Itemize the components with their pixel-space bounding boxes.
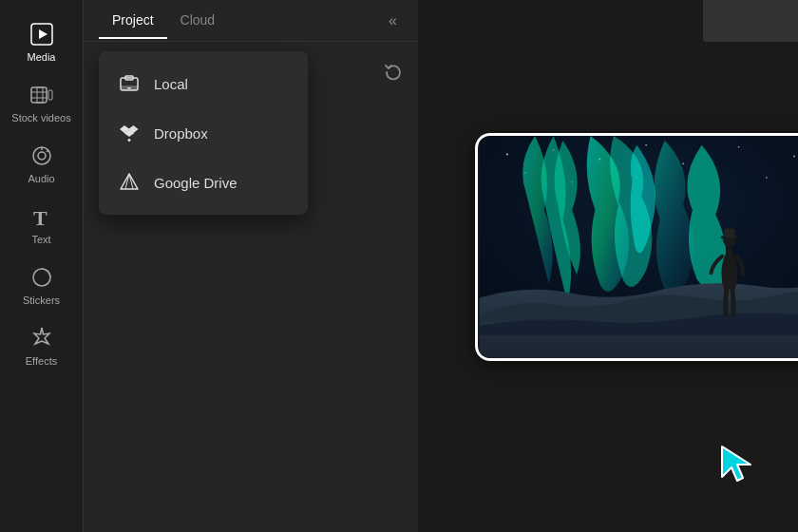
- svg-rect-36: [724, 229, 735, 238]
- svg-rect-6: [48, 90, 52, 100]
- sidebar-item-label: Stickers: [23, 294, 60, 306]
- svg-point-28: [793, 155, 795, 157]
- sidebar-item-label: Stock videos: [11, 112, 70, 124]
- cursor-icon: [718, 443, 760, 484]
- svg-rect-2: [31, 87, 47, 103]
- local-icon: [118, 72, 141, 95]
- stock-videos-icon: [28, 82, 55, 108]
- svg-point-17: [128, 139, 131, 142]
- dropdown-item-label: Local: [154, 76, 188, 92]
- sidebar-item-stock-videos[interactable]: Stock videos: [0, 70, 83, 131]
- sidebar-item-stickers[interactable]: Stickers: [0, 253, 83, 314]
- refresh-button[interactable]: [384, 63, 403, 82]
- text-icon: T: [28, 203, 55, 230]
- aurora-preview-image: [475, 133, 798, 361]
- stickers-icon: [28, 264, 55, 291]
- collapse-button[interactable]: «: [383, 9, 403, 33]
- refresh-icon: [384, 63, 403, 82]
- sidebar: Media Stock videos Audio: [0, 0, 84, 532]
- dropdown-item-dropbox[interactable]: Dropbox: [99, 108, 308, 158]
- dropdown-item-label: Dropbox: [154, 125, 208, 142]
- sidebar-item-label: Text: [31, 234, 50, 245]
- svg-line-10: [47, 150, 48, 152]
- sidebar-item-label: Audio: [28, 173, 54, 184]
- svg-marker-18: [121, 174, 138, 189]
- sidebar-item-label: Media: [28, 51, 56, 63]
- dropdown-item-local[interactable]: Local: [99, 59, 308, 108]
- media-icon: [28, 21, 55, 48]
- svg-text:T: T: [33, 206, 48, 229]
- google-drive-icon: [118, 171, 141, 194]
- svg-point-8: [38, 152, 46, 160]
- upload-dropdown: Local Dropbox G: [99, 51, 308, 215]
- dropdown-item-label: Google Drive: [154, 175, 238, 191]
- sidebar-item-text[interactable]: T Text: [0, 192, 83, 253]
- sidebar-item-effects[interactable]: Effects: [0, 314, 83, 374]
- tab-project[interactable]: Project: [99, 3, 167, 39]
- svg-point-27: [738, 146, 740, 148]
- svg-point-31: [766, 177, 768, 179]
- preview-top-bar: [703, 0, 798, 42]
- svg-point-22: [506, 154, 508, 156]
- svg-marker-1: [39, 29, 48, 39]
- svg-rect-16: [127, 87, 131, 89]
- svg-rect-3: [37, 87, 43, 103]
- dropdown-item-google-drive[interactable]: Google Drive: [99, 158, 308, 207]
- sidebar-item-audio[interactable]: Audio: [0, 131, 83, 192]
- sidebar-item-media[interactable]: Media: [0, 10, 83, 70]
- dropbox-icon: [118, 122, 141, 144]
- audio-icon: [28, 142, 55, 169]
- svg-point-26: [682, 162, 684, 164]
- sidebar-item-label: Effects: [26, 355, 57, 367]
- tab-cloud[interactable]: Cloud: [167, 3, 229, 39]
- svg-point-25: [645, 144, 647, 146]
- effects-icon: [28, 325, 55, 352]
- preview-area: [418, 0, 798, 532]
- tabs-bar: Project Cloud «: [84, 0, 418, 42]
- main-panel: Project Cloud « Upload: [84, 0, 418, 532]
